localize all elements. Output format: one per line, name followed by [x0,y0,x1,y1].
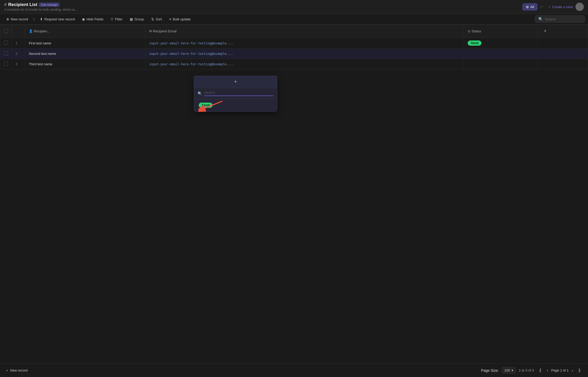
request-icon: ⬆ [40,17,43,21]
next-page-button[interactable]: › [570,367,575,374]
row1-name: First test name [29,41,51,45]
filter-label: Filter [115,17,122,21]
table-header: 👤 Recipien... ✉ Recipient Email ⊙ Status… [0,25,588,38]
dropdown-search-input[interactable] [204,91,273,96]
avatar[interactable] [575,3,584,11]
tab-all[interactable]: ⊞ All [522,3,537,10]
page-size-selector[interactable]: 100 ▾ [502,367,516,374]
row3-checkbox-cell [0,59,12,69]
hide-fields-button[interactable]: ◉ Hide Fields [79,16,107,23]
header-right: ⊞ All ··· ＋ Create a view [522,3,584,11]
row2-name: Second test name [29,52,56,56]
row1-name-cell[interactable]: First test name [25,38,145,49]
dropdown-plus-icon: + [234,79,237,85]
main-content: 👤 Recipien... ✉ Recipient Email ⊙ Status… [0,25,588,363]
first-page-button[interactable]: ⟪ [537,367,544,374]
row2-status-cell[interactable] [464,49,538,59]
filter-icon: ▽ [111,17,113,21]
view-tab-more-button[interactable]: ··· [538,3,545,10]
request-record-label: Request new record [44,17,75,21]
recipient-email-col-label: Recipient Email [153,29,177,33]
row3-email-cell[interactable]: input-your-email-here-for-testing@exampl… [145,59,464,69]
row3-checkbox[interactable] [4,62,8,66]
toolbar-separator-1: & [32,17,36,21]
status-dropdown: + 🔍 Send [194,76,277,112]
row1-num: 1 [12,38,25,49]
page-indicator: Page 1 of 1 [551,368,569,372]
create-view-button[interactable]: ＋ Create a view [548,4,573,9]
pagination-buttons: ⟪ ‹ Page 1 of 1 › ⟫ [537,367,583,374]
table-row: 2 Second test name input-your-email-here… [0,49,588,59]
header-left: # Recipient List Can manage A complete l… [4,2,77,11]
grid-icon: ⊞ [526,5,529,9]
recipient-name-col-label: Recipien... [34,29,50,33]
row1-status-cell[interactable]: Send [464,38,538,49]
dropdown-search-icon: 🔍 [198,91,202,96]
row1-status-badge: Send [468,40,481,46]
row3-num: 3 [12,59,25,69]
bulk-update-label: Bulk update [173,17,191,21]
sort-label: Sort [156,17,162,21]
top-header: # Recipient List Can manage A complete l… [0,0,588,14]
filter-button[interactable]: ▽ Filter [108,16,126,23]
pagination-info: 1 to 3 of 3 [519,368,534,372]
hide-fields-label: Hide Fields [86,17,103,21]
row2-checkbox[interactable] [4,51,8,55]
group-icon: ▦ [130,17,133,21]
status-col-label: Status [472,29,481,33]
header-recipient-name-col: 👤 Recipien... [25,25,145,38]
page-size-label: Page Size: [481,368,499,373]
row2-email-cell[interactable]: input-your-email-here-for-testing@exampl… [145,49,464,59]
select-all-checkbox[interactable] [4,29,8,33]
bulk-update-button[interactable]: ≡ Bulk update [166,16,194,23]
tab-all-label: All [530,5,534,9]
row3-email[interactable]: input-your-email-here-for-testing@exampl… [149,62,234,66]
add-column-button[interactable]: + [542,27,549,35]
footer-new-record-button[interactable]: ＋ New record [5,368,27,373]
row1-extra-cell [538,38,588,49]
row1-checkbox-cell [0,38,12,49]
header-row: 👤 Recipien... ✉ Recipient Email ⊙ Status… [0,25,588,38]
sort-icon: ⇅ [151,17,154,21]
person-icon: 👤 [29,29,34,33]
row1-email-cell[interactable]: input-your-email-here-for-testing@exampl… [145,38,464,49]
row3-extra-cell [538,59,588,69]
page-size-value: 100 [504,368,510,372]
row1-email[interactable]: input-your-email-here-for-testing@exampl… [149,42,234,45]
plus-circle-icon: ⊕ [6,17,9,21]
footer: ＋ New record Page Size: 100 ▾ 1 to 3 of … [0,363,588,377]
request-record-button[interactable]: ⬆ Request new record [37,16,78,23]
group-button[interactable]: ▦ Group [127,16,147,23]
row2-email[interactable]: input-your-email-here-for-testing@exampl… [149,52,234,56]
search-bar: 🔍 [535,15,585,23]
row2-num: 2 [12,49,25,59]
row1-checkbox[interactable] [4,41,8,45]
view-tabs: ⊞ All ··· [522,3,545,10]
table-row: 3 Third test name input-your-email-here-… [0,59,588,69]
sort-button[interactable]: ⇅ Sort [148,16,165,23]
data-table: 👤 Recipien... ✉ Recipient Email ⊙ Status… [0,25,588,69]
footer-new-record-label: New record [10,368,27,372]
dropdown-search-row: 🔍 [194,88,277,99]
header-add-col[interactable]: + [538,25,588,38]
header-rownum-col [12,25,25,38]
footer-pagination: Page Size: 100 ▾ 1 to 3 of 3 ⟪ ‹ Page 1 … [481,367,583,374]
row3-name-cell[interactable]: Third test name [25,59,145,69]
header-recipient-email-col: ✉ Recipient Email [145,25,464,38]
new-record-button[interactable]: ⊕ New record [3,16,31,23]
prev-page-button[interactable]: ‹ [545,367,550,374]
row2-extra-cell [538,49,588,59]
row2-name-cell[interactable]: Second test name [25,49,145,59]
footer-plus-icon: ＋ [5,368,9,373]
page-subtitle: A complete list of emails for bulk sendi… [4,8,77,11]
row3-status-cell[interactable] [464,59,538,69]
dropdown-option-send[interactable]: Send [197,101,274,109]
page-title: # Recipient List Can manage [4,2,77,7]
dropdown-add-row[interactable]: + [194,76,277,88]
page-title-area: # Recipient List Can manage A complete l… [4,2,77,11]
email-icon: ✉ [149,29,153,33]
chevron-down-icon: ▾ [511,368,513,372]
eye-icon: ◉ [82,17,85,21]
last-page-button[interactable]: ⟫ [576,367,583,374]
search-input[interactable] [545,17,581,21]
